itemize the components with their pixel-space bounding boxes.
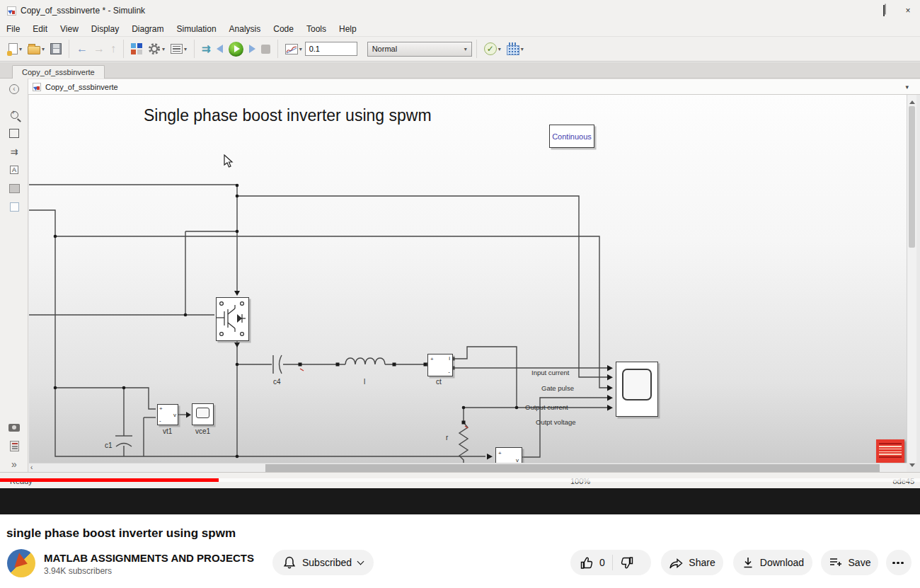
- breadcrumb-dropdown-icon[interactable]: ▾: [905, 83, 916, 91]
- image-icon: [9, 184, 20, 193]
- voltage-measure-v-block[interactable]: + v: [495, 447, 522, 463]
- menu-analysis[interactable]: Analysis: [223, 23, 268, 35]
- label-gate-pulse: Gate pulse: [541, 384, 574, 392]
- share-icon: [669, 556, 683, 569]
- back-button[interactable]: ←: [74, 39, 90, 59]
- dislike-icon[interactable]: [620, 556, 633, 570]
- label-vt1: vt1: [163, 427, 172, 435]
- video-progress-bar[interactable]: [0, 478, 920, 482]
- toolbar: ▾ ▾ ← → ↑ ▾ ▾ ⇉ ▾: [0, 36, 920, 62]
- update-model-button[interactable]: ✓▾: [482, 39, 503, 59]
- simulink-titlebar: Copy_of_sssbinverte * - Simulink ×: [0, 0, 920, 21]
- menu-display[interactable]: Display: [85, 23, 125, 35]
- hide-browser-button[interactable]: ‹: [6, 81, 22, 97]
- connect-icon: ⇉: [202, 42, 211, 55]
- forward-button[interactable]: →: [91, 39, 107, 59]
- download-button[interactable]: Download: [733, 550, 812, 575]
- build-button[interactable]: ▾: [505, 39, 526, 59]
- signal-plot-icon: [285, 44, 298, 54]
- model-icon: [33, 83, 41, 91]
- restore-button[interactable]: [872, 6, 896, 16]
- video-player[interactable]: Copy_of_sssbinverte * - Simulink × File …: [0, 0, 920, 514]
- label-output-voltage: Outpt voltage: [536, 418, 576, 426]
- forward-icon: →: [93, 43, 105, 54]
- stop-time-input[interactable]: [305, 42, 357, 56]
- horizontal-scroll-thumb[interactable]: [265, 464, 880, 472]
- scope-block[interactable]: [616, 362, 658, 417]
- powergui-continuous-block[interactable]: Continuous: [549, 125, 594, 148]
- diagram-layer: Continuous: [29, 95, 907, 463]
- save-button[interactable]: [48, 39, 64, 59]
- voltage-measure-vt1-block[interactable]: + - v: [157, 404, 178, 425]
- gear-icon: [148, 42, 161, 55]
- step-forward-icon: [249, 45, 255, 53]
- horizontal-scrollbar[interactable]: ‹: [29, 463, 907, 472]
- area-box-button[interactable]: [6, 199, 22, 214]
- mouse-cursor: [224, 154, 234, 168]
- model-title-annotation[interactable]: Single phase boost inverter using spwm: [144, 106, 432, 125]
- step-back-button[interactable]: [214, 39, 225, 59]
- simulation-display-button[interactable]: ▾: [283, 39, 304, 59]
- vertical-scroll-thumb[interactable]: [909, 106, 915, 248]
- label-vce1: vce1: [195, 427, 210, 435]
- like-icon[interactable]: [580, 556, 594, 570]
- scroll-up-icon[interactable]: [909, 98, 915, 104]
- run-button[interactable]: [226, 39, 246, 59]
- menu-simulation[interactable]: Simulation: [171, 23, 223, 35]
- step-forward-button[interactable]: [247, 39, 258, 59]
- scroll-down-icon[interactable]: [909, 463, 915, 470]
- annotation-icon: A: [10, 166, 18, 174]
- fit-to-view-button[interactable]: [6, 125, 22, 141]
- simulation-mode-select[interactable]: Normal ▾: [367, 42, 472, 57]
- scope-vce1-block[interactable]: [192, 403, 214, 425]
- model-tab[interactable]: Copy_of_sssbinverte: [12, 65, 105, 79]
- model-explorer-icon: [171, 44, 183, 54]
- current-measure-ct-block[interactable]: + i -: [427, 354, 453, 376]
- model-explorer-button[interactable]: ▾: [168, 39, 189, 59]
- channel-avatar[interactable]: [7, 549, 35, 577]
- simulink-logo-icon: [7, 6, 16, 16]
- close-button[interactable]: ×: [896, 6, 920, 16]
- report-button[interactable]: [6, 438, 22, 454]
- minimize-button[interactable]: [848, 6, 872, 16]
- breadcrumb-bar: Copy_of_sssbinverte ▾: [28, 79, 920, 95]
- new-model-button[interactable]: ▾: [6, 39, 24, 59]
- menu-tools[interactable]: Tools: [300, 23, 333, 35]
- zoom-tool-button[interactable]: [6, 107, 22, 122]
- build-icon: [507, 45, 519, 55]
- scope-screen-icon: [622, 369, 652, 400]
- menu-edit[interactable]: Edit: [26, 23, 54, 35]
- menu-code[interactable]: Code: [267, 23, 300, 35]
- route-icon: ⇉: [11, 146, 18, 157]
- save-button[interactable]: Save: [821, 550, 878, 575]
- scroll-left-icon[interactable]: ‹: [30, 463, 33, 471]
- check-icon: ✓: [484, 42, 497, 55]
- divider: [612, 555, 613, 570]
- library-browser-button[interactable]: [129, 39, 144, 59]
- subscribed-button[interactable]: Subscribed: [272, 550, 374, 575]
- palette-sidebar: ‹ ⇉ A »: [0, 79, 28, 472]
- annotation-button[interactable]: A: [6, 162, 22, 178]
- label-r: r: [446, 434, 448, 442]
- label-c4: c4: [273, 378, 281, 386]
- share-button[interactable]: Share: [661, 550, 723, 575]
- breadcrumb[interactable]: Copy_of_sssbinverte: [45, 83, 118, 91]
- signal-routing-button[interactable]: ⇉: [6, 144, 22, 159]
- connect-target-button[interactable]: ⇉: [200, 39, 213, 59]
- menu-diagram[interactable]: Diagram: [125, 23, 170, 35]
- more-actions-button[interactable]: [886, 550, 912, 575]
- channel-name[interactable]: MATLAB ASSIGNMENTS AND PROJECTS: [44, 552, 254, 564]
- menu-view[interactable]: View: [54, 23, 85, 35]
- stop-button[interactable]: [259, 39, 272, 59]
- menu-help[interactable]: Help: [333, 23, 363, 35]
- igbt-block[interactable]: [216, 297, 249, 341]
- open-button[interactable]: ▾: [25, 39, 47, 59]
- vertical-scrollbar[interactable]: [907, 95, 916, 463]
- bell-icon: [283, 556, 296, 570]
- image-annotation-button[interactable]: [6, 180, 22, 196]
- menu-file[interactable]: File: [0, 23, 26, 35]
- screenshot-button[interactable]: [6, 420, 22, 435]
- up-button[interactable]: ↑: [108, 39, 118, 59]
- model-settings-button[interactable]: ▾: [146, 39, 167, 59]
- expand-palette-button[interactable]: »: [6, 456, 22, 472]
